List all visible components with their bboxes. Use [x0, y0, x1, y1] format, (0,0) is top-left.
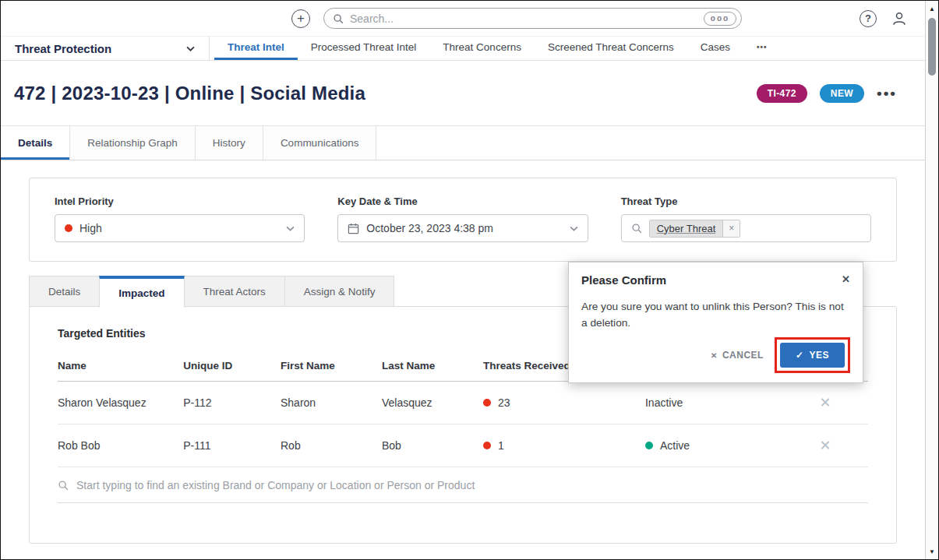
vertical-scrollbar[interactable]: ▲ ▼: [925, 1, 938, 559]
tab-details[interactable]: Details: [1, 126, 70, 160]
tab-history[interactable]: History: [196, 126, 263, 160]
cancel-button[interactable]: ✕ CANCEL: [711, 350, 764, 361]
col-unique-id: Unique ID: [183, 352, 281, 382]
app-name: Threat Protection: [15, 42, 111, 55]
cell-name: Rob Bob: [58, 424, 183, 467]
field-intel-priority: Intel Priority High: [55, 195, 305, 242]
global-search-input[interactable]: [350, 12, 704, 25]
search-icon: [631, 223, 642, 234]
cell-threats-received: 23: [483, 382, 645, 424]
subtab-threat-actors[interactable]: Threat Actors: [185, 276, 284, 307]
threat-count-dot-icon: [483, 442, 491, 449]
help-icon[interactable]: ?: [860, 10, 877, 27]
field-key-date-time: Key Date & Time October 23, 2023 4:38 pm: [337, 195, 588, 242]
tab-communications[interactable]: Communications: [263, 126, 377, 160]
search-options-icon[interactable]: ooo: [704, 12, 736, 26]
col-last-name: Last Name: [382, 352, 483, 382]
cell-name: Sharon Velasquez: [58, 382, 183, 424]
key-date-time-value: October 23, 2023 4:38 pm: [366, 222, 493, 234]
topbar: + ooo ?: [1, 1, 925, 36]
key-date-time-picker[interactable]: October 23, 2023 4:38 pm: [337, 214, 588, 242]
status-dot-icon: [645, 442, 653, 449]
subtab-impacted[interactable]: Impacted: [99, 276, 184, 308]
yes-button[interactable]: ✓ YES: [780, 343, 845, 368]
app-navbar: Threat Protection Threat Intel Processed…: [1, 36, 925, 61]
chevron-down-icon: [286, 226, 295, 231]
scroll-thumb[interactable]: [928, 18, 936, 76]
tag-remove-icon[interactable]: ×: [722, 220, 740, 237]
cell-actions: ✕: [820, 424, 868, 467]
dialog-close-icon[interactable]: ✕: [842, 273, 850, 285]
threat-type-tag-label: Cyber Threat: [650, 220, 723, 237]
threat-type-label: Threat Type: [621, 195, 871, 207]
cell-unique-id: P-111: [183, 424, 281, 467]
record-tabs: Details Relationship Graph History Commu…: [1, 126, 925, 160]
key-date-time-label: Key Date & Time: [337, 195, 588, 207]
calendar-icon: [348, 223, 359, 234]
search-icon: [58, 480, 69, 491]
subtab-assign-notify[interactable]: Assign & Notify: [284, 276, 395, 307]
nav-tab-processed-threat-intel[interactable]: Processed Threat Intel: [298, 37, 430, 60]
check-icon: ✓: [796, 350, 804, 361]
cell-last-name: Velasquez: [382, 382, 483, 424]
dialog-message: Are you sure you want to unlink this Per…: [581, 298, 850, 331]
entity-search[interactable]: [58, 467, 868, 503]
field-threat-type: Threat Type Cyber Threat ×: [621, 195, 871, 242]
cancel-x-icon: ✕: [711, 351, 718, 360]
intel-priority-select[interactable]: High: [55, 214, 305, 242]
page-title: 472 | 2023-10-23 | Online | Social Media: [14, 83, 365, 104]
status-badge: NEW: [820, 84, 864, 103]
cell-last-name: Bob: [382, 424, 483, 467]
unlink-icon[interactable]: ✕: [820, 438, 831, 453]
table-row: Sharon Velasquez P-112 Sharon Velasquez …: [58, 382, 868, 424]
nav-more-icon[interactable]: •••: [743, 37, 781, 60]
record-header: 472 | 2023-10-23 | Online | Social Media…: [1, 61, 925, 126]
subtab-details[interactable]: Details: [29, 276, 99, 307]
dialog-title: Please Confirm: [581, 273, 666, 287]
cancel-label: CANCEL: [722, 350, 764, 361]
threat-type-select[interactable]: Cyber Threat ×: [621, 214, 871, 242]
chevron-down-icon: [186, 46, 195, 51]
intel-priority-label: Intel Priority: [55, 195, 305, 207]
chevron-down-icon: [570, 226, 578, 231]
cell-actions: ✕: [820, 382, 868, 424]
add-icon[interactable]: +: [291, 9, 310, 28]
cell-first-name: Sharon: [281, 382, 382, 424]
nav-tab-screened-threat-concerns[interactable]: Screened Threat Concerns: [535, 37, 687, 60]
app-window: + ooo ? Threat Protection Threat Intel P…: [0, 0, 939, 560]
search-icon: [333, 13, 344, 24]
table-row: Rob Bob P-111 Rob Bob 1 Active ✕: [58, 424, 868, 467]
cell-status: Inactive: [645, 382, 820, 424]
entity-search-input[interactable]: [76, 479, 868, 491]
threat-type-tag: Cyber Threat ×: [649, 220, 741, 238]
cell-status: Active: [645, 424, 820, 467]
record-id-badge: TI-472: [757, 84, 807, 103]
cell-threats-received: 1: [483, 424, 645, 467]
cell-unique-id: P-112: [183, 382, 281, 424]
confirm-dialog: Please Confirm ✕ Are you sure you want t…: [568, 262, 863, 383]
cell-first-name: Rob: [281, 424, 382, 467]
nav-tab-threat-intel[interactable]: Threat Intel: [214, 37, 298, 60]
nav-tab-cases[interactable]: Cases: [687, 37, 743, 60]
col-name: Name: [58, 352, 183, 382]
priority-dot-icon: [65, 224, 72, 232]
intel-priority-value: High: [79, 222, 102, 234]
unlink-icon[interactable]: ✕: [820, 395, 831, 410]
scroll-up-icon[interactable]: ▲: [926, 2, 938, 15]
scroll-down-icon[interactable]: ▼: [926, 545, 938, 558]
intel-form-card: Intel Priority High Key Date & Time Octo…: [29, 178, 897, 262]
record-more-icon[interactable]: •••: [877, 90, 897, 97]
yes-label: YES: [809, 350, 829, 361]
annotation-highlight: ✓ YES: [775, 337, 850, 373]
global-search[interactable]: ooo: [323, 8, 742, 29]
threat-count-dot-icon: [483, 399, 491, 407]
app-switcher[interactable]: Threat Protection: [1, 37, 210, 60]
col-first-name: First Name: [281, 352, 382, 382]
tab-relationship-graph[interactable]: Relationship Graph: [70, 126, 196, 160]
nav-tab-threat-concerns[interactable]: Threat Concerns: [429, 37, 535, 60]
user-icon[interactable]: [891, 10, 908, 27]
